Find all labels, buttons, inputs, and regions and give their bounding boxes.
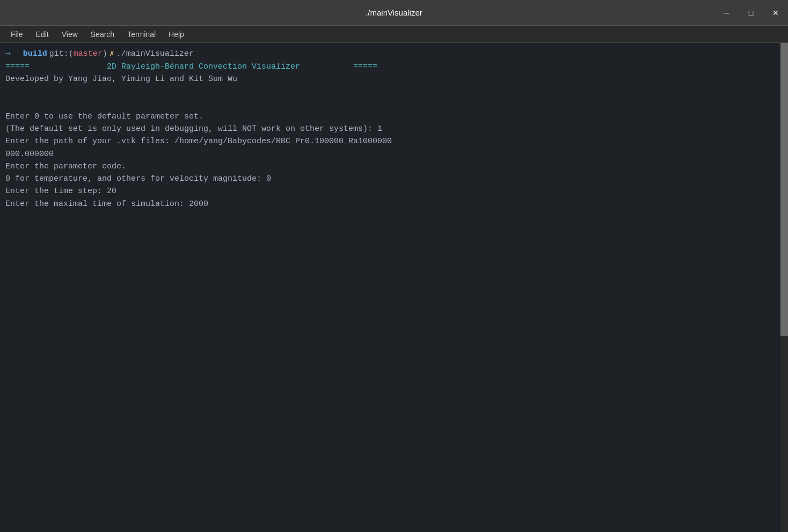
window-controls: ─ □ ✕ <box>714 0 788 25</box>
header-line2: Developed by Yang Jiao, Yiming Li and Ki… <box>5 73 783 85</box>
output-line-0 <box>5 98 783 110</box>
menu-search[interactable]: Search <box>84 28 121 41</box>
output-line-5: Enter the parameter code. <box>5 160 783 173</box>
title-bar: ./mainVisualizer ─ □ ✕ <box>0 0 788 26</box>
prompt-arrow: → <box>5 47 11 61</box>
scrollbar[interactable] <box>780 43 788 532</box>
close-button[interactable]: ✕ <box>763 0 788 26</box>
prompt-line: → build git:(master) ✗ ./mainVisualizer <box>5 47 783 61</box>
maximize-button[interactable]: □ <box>739 0 763 26</box>
output-line-3: Enter the path of your .vtk files: /home… <box>5 135 783 147</box>
output-line-1: Enter 0 to use the default parameter set… <box>5 110 783 123</box>
menu-help[interactable]: Help <box>162 28 191 41</box>
blank-line <box>5 85 783 98</box>
menu-edit[interactable]: Edit <box>30 28 55 41</box>
output-line-2: (The default set is only used in debuggi… <box>5 123 783 135</box>
prompt-directory: build <box>23 48 47 60</box>
window-title: ./mainVisualizer <box>366 8 422 17</box>
close-icon: ✕ <box>772 9 779 17</box>
menu-bar: File Edit View Search Terminal Help <box>0 26 788 43</box>
scrollbar-thumb[interactable] <box>780 43 788 336</box>
header-line1: ===== 2D Rayleigh-Bénard Convection Visu… <box>5 61 783 73</box>
terminal-output[interactable]: → build git:(master) ✗ ./mainVisualizer … <box>0 43 788 532</box>
prompt-command: ./mainVisualizer <box>116 48 194 60</box>
menu-file[interactable]: File <box>4 28 30 41</box>
menu-terminal[interactable]: Terminal <box>121 28 162 41</box>
prompt-git-prefix: git:(master) <box>49 48 107 60</box>
minimize-button[interactable]: ─ <box>714 0 739 26</box>
output-line-7: Enter the time step: 20 <box>5 185 783 197</box>
output-line-6: 0 for temperature, and others for veloci… <box>5 173 783 185</box>
output-line-8: Enter the maximal time of simulation: 20… <box>5 198 783 210</box>
terminal-window: ./mainVisualizer ─ □ ✕ File Edit View Se… <box>0 0 788 532</box>
menu-view[interactable]: View <box>55 28 84 41</box>
prompt-x-mark: ✗ <box>110 48 114 60</box>
maximize-icon: □ <box>749 9 753 17</box>
minimize-icon: ─ <box>724 9 729 17</box>
output-line-4: 000.000000 <box>5 148 783 160</box>
